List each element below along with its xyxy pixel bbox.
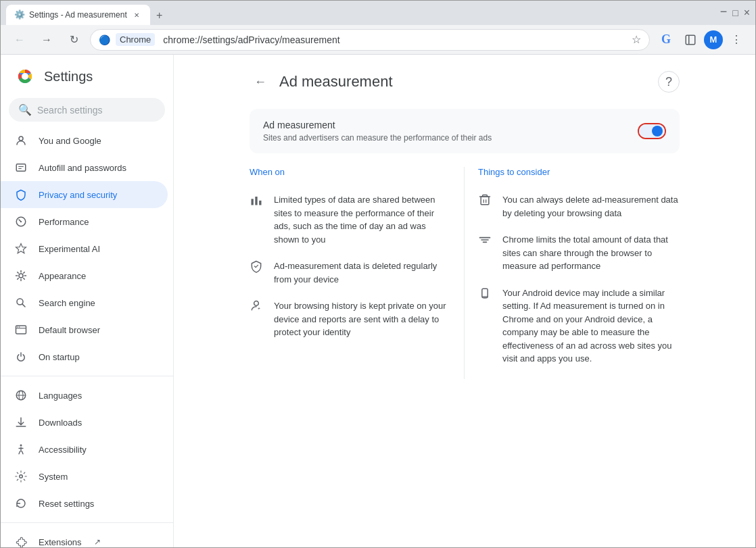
maximize-button[interactable]: □ — [732, 7, 738, 18]
sidebar-item-extensions[interactable]: Extensions ↗ — [1, 528, 168, 547]
shield-data-icon — [250, 259, 266, 276]
sidebar-item-on-startup[interactable]: On startup — [1, 343, 168, 370]
sidebar-item-privacy[interactable]: Privacy and security — [1, 181, 168, 208]
things-text-2: Chrome limits the total amount of data t… — [502, 233, 680, 273]
svg-rect-6 — [16, 164, 26, 172]
svg-rect-28 — [255, 197, 257, 205]
puzzle-icon — [14, 535, 28, 547]
system-icon — [14, 470, 28, 483]
browser-window: ⚙️ Settings - Ad measurement ✕ + − □ × ←… — [0, 0, 756, 548]
page-header: ← Ad measurement ? — [250, 71, 680, 93]
when-on-header: When on — [250, 167, 450, 182]
sidebar-item-accessibility[interactable]: Accessibility — [1, 436, 168, 463]
back-button[interactable]: ← — [9, 29, 30, 51]
toggle-card-text: Ad measurement Sites and advertisers can… — [263, 120, 492, 143]
sidebar-item-you-and-google[interactable]: You and Google — [1, 127, 168, 154]
paint-icon — [14, 269, 28, 282]
ai-star-icon — [14, 242, 28, 255]
svg-rect-27 — [252, 199, 254, 205]
tab-strip: ⚙️ Settings - Ad measurement ✕ + — [6, 1, 715, 25]
toggle-track — [639, 124, 665, 138]
svg-point-17 — [17, 326, 18, 328]
sidebar-item-reset-settings[interactable]: Reset settings — [1, 490, 168, 517]
content-inner: ← Ad measurement ? Ad measurement Sites … — [228, 55, 701, 395]
toggle-card: Ad measurement Sites and advertisers can… — [250, 109, 680, 153]
google-icon-button[interactable]: G — [655, 29, 677, 51]
search-bar: 🔍 — [9, 98, 165, 122]
reset-icon — [14, 497, 28, 510]
settings-title: Settings — [44, 69, 93, 84]
search-icon: 🔍 — [18, 103, 32, 116]
shield-icon — [14, 188, 28, 201]
content-area: ← Ad measurement ? Ad measurement Sites … — [174, 55, 755, 547]
accessibility-icon — [14, 443, 28, 456]
page-title: Ad measurement — [279, 73, 393, 91]
sidebar-item-experimental-ai[interactable]: Experimental AI — [1, 235, 168, 262]
page-header-left: ← Ad measurement — [250, 71, 393, 93]
reload-button[interactable]: ↻ — [63, 29, 85, 51]
sidebar-item-system[interactable]: System — [1, 463, 168, 490]
sidebar-item-label: Reset settings — [39, 499, 94, 509]
sidebar-scroll: You and Google Autofill and passwords Pr… — [1, 127, 173, 547]
svg-point-18 — [19, 326, 20, 328]
sidebar-item-search-engine[interactable]: Search engine — [1, 289, 168, 316]
profile-avatar[interactable]: M — [704, 30, 723, 49]
nav-right-icons: G M ⋮ — [655, 29, 747, 51]
chrome-favicon: 🔵 — [99, 34, 110, 45]
things-to-consider-column: Things to consider You can always delete… — [465, 167, 680, 379]
chrome-logo — [14, 66, 36, 87]
things-item-1: You can always delete ad-measurement dat… — [478, 193, 680, 220]
svg-marker-11 — [16, 244, 26, 253]
limit-icon — [478, 233, 494, 249]
when-on-item-3: Your browsing history is kept private on… — [250, 299, 450, 339]
sidebar-toggle-button[interactable] — [680, 29, 701, 51]
tab-title: Settings - Ad measurement — [29, 10, 127, 20]
sidebar-item-label: Downloads — [39, 418, 82, 428]
sidebar-item-default-browser[interactable]: Default browser — [1, 316, 168, 343]
sidebar-item-appearance[interactable]: Appearance — [1, 262, 168, 289]
svg-point-12 — [19, 274, 23, 278]
sidebar-item-label: Experimental AI — [39, 244, 100, 254]
things-item-3: Your Android device may include a simila… — [478, 287, 680, 366]
ad-measurement-toggle[interactable] — [638, 123, 666, 139]
address-bar[interactable]: 🔵 Chrome chrome://settings/adPrivacy/mea… — [90, 29, 650, 51]
when-on-text-1: Limited types of data are shared between… — [274, 193, 450, 246]
back-button[interactable]: ← — [250, 71, 271, 93]
menu-button[interactable]: ⋮ — [726, 29, 747, 51]
sidebar-item-label: Default browser — [39, 325, 100, 335]
active-tab[interactable]: ⚙️ Settings - Ad measurement ✕ — [6, 5, 150, 25]
things-text-3: Your Android device may include a simila… — [502, 287, 680, 366]
search-input[interactable] — [37, 105, 156, 116]
sidebar-item-languages[interactable]: Languages — [1, 382, 168, 409]
forward-button[interactable]: → — [36, 29, 57, 51]
svg-rect-0 — [686, 35, 695, 45]
search-input-wrap[interactable]: 🔍 — [9, 98, 165, 122]
sidebar-item-performance[interactable]: Performance — [1, 208, 168, 235]
android-icon — [478, 287, 494, 303]
sidebar-item-label: Languages — [39, 391, 82, 401]
download-icon — [14, 416, 28, 429]
sidebar-divider-2 — [1, 522, 173, 523]
help-button[interactable]: ? — [658, 71, 680, 93]
main-area: Settings 🔍 You and Google — [1, 55, 755, 547]
sidebar-item-label: You and Google — [39, 136, 101, 146]
sidebar-item-label: Search engine — [39, 298, 95, 308]
sidebar-item-downloads[interactable]: Downloads — [1, 409, 168, 436]
svg-rect-29 — [259, 201, 261, 205]
svg-rect-31 — [481, 197, 489, 205]
google-g-icon: G — [661, 32, 671, 47]
toggle-card-description: Sites and advertisers can measure the pe… — [263, 133, 492, 143]
when-on-column: When on Limited types of data are shared… — [250, 167, 465, 379]
chart-bar-icon — [250, 193, 266, 209]
toggle-thumb — [652, 126, 663, 136]
minimize-button[interactable]: − — [720, 5, 728, 20]
bookmark-star-icon[interactable]: ☆ — [632, 33, 641, 46]
new-tab-button[interactable]: + — [150, 6, 169, 25]
delete-icon — [478, 193, 494, 209]
close-button[interactable]: × — [744, 7, 750, 19]
tab-close-button[interactable]: ✕ — [131, 9, 142, 20]
sidebar-item-autofill[interactable]: Autofill and passwords — [1, 154, 168, 181]
globe-icon — [14, 389, 28, 402]
things-text-1: You can always delete ad-measurement dat… — [502, 193, 680, 220]
sidebar-header: Settings — [1, 55, 173, 98]
